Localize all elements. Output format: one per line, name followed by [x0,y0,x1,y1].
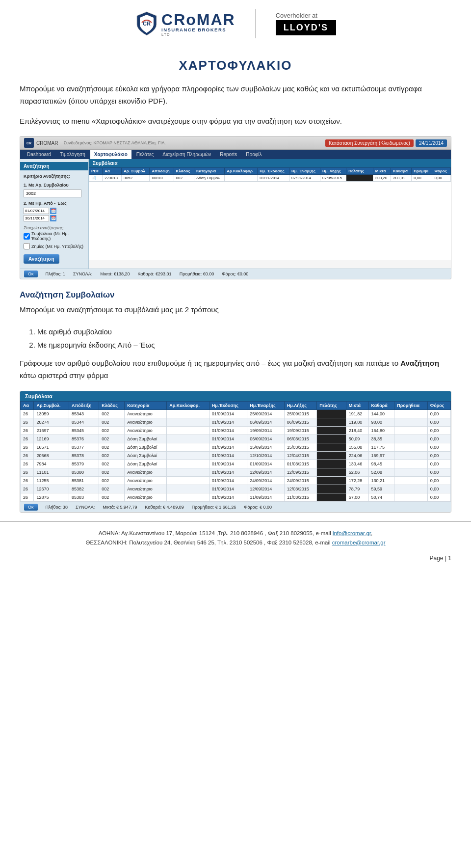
nav-reports[interactable]: Reports [216,150,241,159]
footer-line2: ΘΕΣΣΑΛΟΝΙΚΗ: Πολυτεχνείου 24, Θεσ/νίκη 5… [20,538,451,548]
sidebar-check-zimies[interactable]: Ζημίες (Με Ημ. Υποβολής) [20,242,88,250]
table-cell [167,418,209,426]
col-pelatis: Πελάτης [346,168,373,175]
app-titlebar: CR CROMAR Συνδεδεμένος: ΚΡΟΜΑΡ ΝΕΣΤΑΣ ΑΘ… [20,136,451,150]
table-cell: 002 [99,434,125,443]
table-cell: 24/09/2015 [284,476,317,485]
table-cell: 13059 [34,409,69,418]
date-to-row: 📅 [24,215,85,221]
check-symvolaia[interactable] [24,233,30,240]
table-cell: 26 [21,468,34,476]
check-zimies[interactable] [24,243,30,249]
col-hmLiksis: Ημ. Λήξης [320,168,346,175]
search-button-sidebar[interactable]: Αναζήτηση [24,254,59,264]
table-cell: 12/03/2015 [284,485,317,493]
table-cell: 01/09/2014 [209,409,247,418]
footer-line1: ΑΘΗΝΑ: Αγ.Κωνσταντίνου 17, Μαρούσι 15124… [20,529,451,539]
app-user-info: Συνδεδεμένος: ΚΡΟΜΑΡ ΝΕΣΤΑΣ ΑΘΑΝΑ.Ελη. Γ… [63,140,166,145]
app-titlebar-left: CR CROMAR Συνδεδεμένος: ΚΡΟΜΑΡ ΝΕΣΤΑΣ ΑΘ… [24,138,166,148]
bt-promitheia: Προμήθεια: € 1.661,26 [192,505,236,510]
table-cell: 155,08 [346,443,368,451]
table-cell: 06/09/2014 [247,418,284,426]
table-cell: 85377 [69,443,99,451]
col-foros: Φόρος [432,168,451,175]
big-table-scroll[interactable]: Αα Αρ.Συμβολ. Απόδειξη Κλάδος Κατηγορία … [20,401,451,502]
app-body: Αναζήτηση Κριτήρια Αναζήτησης: 1. Με Αρ.… [20,159,451,269]
table-cell [394,460,427,468]
table-row: 262027485344002Ανανεώτηριο01/09/201406/0… [21,418,451,426]
table-cell: 85378 [69,451,99,460]
table-cell: 25/09/2014 [247,409,284,418]
footer-email1[interactable]: info@cromar.gr [333,530,371,536]
table-cell [317,434,346,443]
table-cell: 98,45 [368,460,394,468]
app-nav-bar[interactable]: Dashboard Τιμολόγηση Χαρτοφυλάκιο Πελάτε… [20,150,451,159]
cromar-shield-icon: CR [135,11,158,36]
table-cell: 0,00 [427,485,450,493]
section2-list: Με αριθμό συμβολαίου Με ημερομηνία έκδοσ… [20,325,451,352]
content-area: Μπορούμε να αναζητήσουμε εύκολα και γρήγ… [0,78,471,513]
table-cell: 224,06 [346,451,368,460]
table-cell [167,460,209,468]
sidebar-contract-input[interactable] [24,190,81,197]
col-aa: Αα [103,168,122,175]
bt-col-foros: Φόρος [427,401,450,409]
date-to-input[interactable] [24,215,49,221]
date-from-input[interactable] [24,208,49,214]
calendar-from-icon[interactable]: 📅 [50,208,56,214]
big-table-ok-btn[interactable]: Οκ [24,504,38,511]
nav-pelates[interactable]: Πελάτες [132,150,158,159]
nav-profil[interactable]: Προφίλ [242,150,265,159]
table-cell: 85381 [69,476,99,485]
cell-mikta: 303,20 [373,175,391,182]
table-cell: 26 [21,460,34,468]
table-cell: 002 [99,468,125,476]
calendar-to-icon[interactable]: 📅 [50,215,56,221]
nav-dashboard[interactable]: Dashboard [23,150,55,159]
footer-ok-btn[interactable]: Οκ [24,271,38,277]
lloyds-label: LLOYD'S [276,20,336,35]
cromar-ltd: LTD [161,32,236,37]
page-number: Page | 1 [430,555,451,562]
footer-email2[interactable]: cromarbe@cromar.gr [332,540,386,545]
table-cell: Ανανεώτηριο [125,468,167,476]
nav-diaxeirisi[interactable]: Διαχείριση Πληρωμών [158,150,215,159]
table-cell: 0,00 [427,460,450,468]
table-cell: 90,00 [368,418,394,426]
table-cell: 78,79 [346,485,368,493]
sidebar-check-symvolaia[interactable]: Συμβόλαια (Με Ημ. Έκδοσης) [20,230,88,242]
table-cell: 12670 [34,485,69,493]
table-cell [317,485,346,493]
table-row: 261287585383002Ανανεώτηριο01/09/201411/0… [21,493,451,501]
footer-plithos: Πλήθος: 1 [46,271,65,276]
table-cell: Ανανεώτηριο [125,485,167,493]
nav-chartofylakio[interactable]: Χαρτοφυλάκιο [90,150,131,159]
table-cell: 26 [21,485,34,493]
intro-paragraph2: Επιλέγοντας το menu «Χαρτοφυλάκιο» ανατρ… [20,115,451,128]
sidebar-criteria-label: Κριτήρια Αναζήτησης: [20,173,88,180]
table-cell: 85343 [69,409,99,418]
table-cell: 01/09/2014 [209,451,247,460]
table-cell: 130,46 [346,460,368,468]
nav-timologisi[interactable]: Τιμολόγηση [56,150,89,159]
cell-foros: 0,00 [432,175,451,182]
table-cell: 0,00 [427,426,450,434]
table-cell: 130,21 [368,476,394,485]
table-cell: 169,97 [368,451,394,460]
table-cell: 38,35 [368,434,394,443]
table-cell [394,493,427,501]
table-cell: 52,08 [368,468,394,476]
list-item-2: Με ημερομηνία έκδοσης Από – Έως [37,338,451,352]
table-cell: 59,59 [368,485,394,493]
table-cell: 26 [21,409,34,418]
footer-kathara: Καθαρά: €293,01 [137,271,171,276]
table-cell [167,426,209,434]
table-cell: 20568 [34,451,69,460]
sidebar-label-2: 2. Με Ημ. Από - Έως [20,200,88,207]
col-hmEnarksi: Ημ. Έναρξης [289,168,320,175]
table-cell: 01/09/2014 [209,418,247,426]
app-titlebar-right: Κατάσταση Συνεργάτη (Κλειδωμένος) 24/11/… [325,139,447,147]
table-cell: 12/10/2014 [247,451,284,460]
table-empty-area [89,182,451,260]
app-logo-small: CR [24,138,34,148]
